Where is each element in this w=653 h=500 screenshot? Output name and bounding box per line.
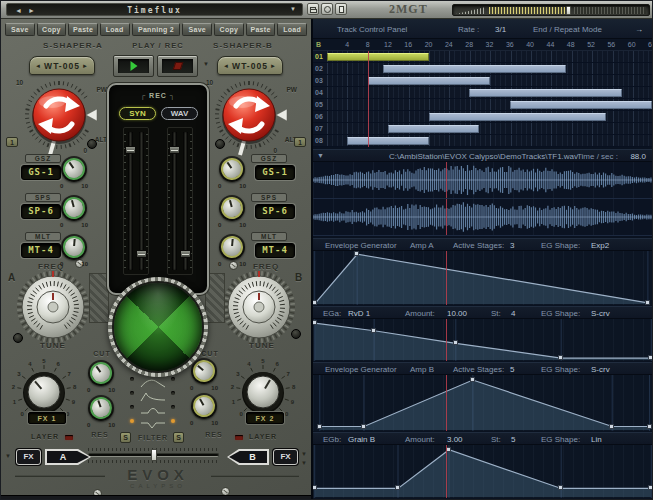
slot-display-gsz-a[interactable]: GS-1	[21, 165, 61, 180]
cut-a-knob[interactable]: 010	[86, 360, 116, 393]
toolbar-button-paste[interactable]: Paste	[68, 23, 98, 36]
toolbar-button-panning-2[interactable]: Panning 2	[132, 23, 181, 36]
fine-tune-b-knob[interactable]	[291, 329, 301, 339]
record-button[interactable]	[157, 55, 198, 77]
mode-icon[interactable]: →	[635, 25, 643, 34]
slot-display-sps-a[interactable]: SP-6	[21, 204, 61, 219]
envelope-graph-ega[interactable]	[313, 319, 653, 361]
shape-value[interactable]: S-crv	[591, 309, 610, 318]
envelope-handle[interactable]	[470, 377, 475, 382]
fader-cap[interactable]	[136, 250, 147, 258]
filter-shape-bandpass-icon[interactable]	[139, 402, 167, 412]
route-b-button[interactable]: B	[227, 449, 269, 465]
fx-b-button[interactable]: FX	[273, 449, 298, 465]
slot-display-mlt-a[interactable]: MT-4	[21, 243, 61, 258]
layer-a-menu-icon[interactable]: ▼	[5, 453, 11, 459]
syn-mode-button[interactable]: SYN	[119, 107, 156, 120]
envelope-handle[interactable]	[609, 424, 614, 429]
toolbar-button-paste[interactable]: Paste	[246, 23, 276, 36]
toolbar-button-save[interactable]: Save	[182, 23, 212, 36]
wt-prev-icon[interactable]: ◄	[35, 63, 42, 69]
volume-handle[interactable]	[566, 6, 571, 15]
shaper-b-mode-button[interactable]: 1	[294, 137, 306, 147]
st-value[interactable]: 5	[511, 435, 515, 444]
track-clip[interactable]	[510, 101, 652, 109]
envelope-handle[interactable]	[317, 424, 322, 429]
play-button[interactable]	[113, 55, 154, 77]
fader-cap[interactable]	[169, 146, 180, 154]
track-clip[interactable]	[347, 137, 428, 145]
wt-next-icon[interactable]: ►	[82, 63, 89, 69]
eg-target[interactable]: RvD 1	[348, 309, 370, 318]
wt-next-icon[interactable]: ►	[270, 63, 277, 69]
fx-a-button[interactable]: FX	[16, 449, 41, 465]
crossfade-handle[interactable]	[151, 449, 157, 461]
envelope-handle[interactable]	[558, 355, 563, 360]
envelope-handle[interactable]	[446, 447, 451, 452]
slot-knob-gsz-b[interactable]: 010	[217, 156, 247, 189]
track-clip[interactable]	[327, 53, 429, 61]
st-value[interactable]: 4	[511, 309, 515, 318]
track-clip[interactable]	[388, 125, 479, 133]
filter-shape-notch-icon[interactable]	[139, 416, 167, 426]
document-button[interactable]	[335, 3, 347, 15]
toolbar-button-copy[interactable]: Copy	[214, 23, 244, 36]
fader-cap[interactable]	[180, 250, 191, 258]
envelope-handle[interactable]	[648, 355, 653, 360]
envelope-handle[interactable]	[645, 300, 650, 305]
stages-value[interactable]: 5	[510, 365, 514, 374]
envelope-graph-egb[interactable]	[313, 445, 653, 498]
envelope-handle[interactable]	[558, 485, 563, 490]
playhead[interactable]	[368, 51, 369, 147]
shaper-a-mode-button[interactable]: 1	[6, 137, 18, 147]
envelope-handle[interactable]	[453, 340, 458, 345]
shape-value[interactable]: Lin	[591, 435, 602, 444]
envelope-handle[interactable]	[313, 320, 317, 325]
slot-display-gsz-b[interactable]: GS-1	[255, 165, 295, 180]
wav-mode-button[interactable]: WAV	[161, 107, 198, 120]
shape-value[interactable]: S-crv	[591, 365, 610, 374]
track-clip[interactable]	[368, 77, 490, 85]
toolbar-button-load[interactable]: Load	[277, 23, 307, 36]
toolbar-button-copy[interactable]: Copy	[37, 23, 67, 36]
toolbar-button-load[interactable]: Load	[100, 23, 130, 36]
envelope-handle[interactable]	[313, 485, 317, 490]
slot-knob-gsz-a[interactable]: 010	[59, 156, 89, 189]
amount-value[interactable]: 10.00	[447, 309, 467, 318]
envelope-handle[interactable]	[313, 300, 317, 305]
trim-knob-a[interactable]	[87, 139, 97, 149]
slot-knob-mlt-b[interactable]: 010	[217, 234, 247, 267]
slot-display-sps-b[interactable]: SP-6	[255, 204, 295, 219]
slot-display-mlt-b[interactable]: MT-4	[255, 243, 295, 258]
fader-cap[interactable]	[125, 146, 136, 154]
shape-value[interactable]: Exp2	[591, 241, 609, 250]
level-fader-b[interactable]	[167, 127, 193, 275]
stages-value[interactable]: 3	[510, 241, 514, 250]
freq-a-dial[interactable]	[15, 269, 91, 345]
fx1-display[interactable]: FX 1	[28, 412, 66, 424]
slot-knob-sps-b[interactable]: 010	[217, 195, 247, 228]
eg-target[interactable]: Grain B	[348, 435, 375, 444]
track-clip[interactable]	[429, 113, 607, 121]
info-button[interactable]	[321, 3, 333, 15]
s-button-b[interactable]: S	[173, 432, 184, 443]
fx2-display[interactable]: FX 2	[246, 412, 284, 424]
envelope-handle[interactable]	[371, 328, 376, 333]
res-a-knob[interactable]: 010	[86, 395, 116, 428]
envelope-handle[interactable]	[361, 424, 366, 429]
layer-crossfade-slider[interactable]	[88, 448, 219, 463]
envelope-graph-amp-b[interactable]	[313, 375, 653, 431]
track-grid[interactable]: 0102030405060708	[313, 51, 653, 147]
cut-b-knob[interactable]: 010	[189, 358, 219, 391]
res-b-knob[interactable]: 010	[189, 393, 219, 426]
s-button-a[interactable]: S	[120, 432, 131, 443]
preset-dropdown-icon[interactable]: ▼	[290, 6, 296, 12]
master-volume-slider[interactable]	[452, 4, 650, 16]
trim-knob-b[interactable]	[215, 139, 225, 149]
layer-b-menu-icon[interactable]: ▼	[301, 460, 307, 466]
amount-value[interactable]: 3.00	[447, 435, 463, 444]
level-fader-a[interactable]	[123, 127, 149, 275]
envelope-handle[interactable]	[395, 485, 400, 490]
track-clip[interactable]	[383, 65, 566, 73]
envelope-graph-amp-a[interactable]	[313, 251, 653, 305]
